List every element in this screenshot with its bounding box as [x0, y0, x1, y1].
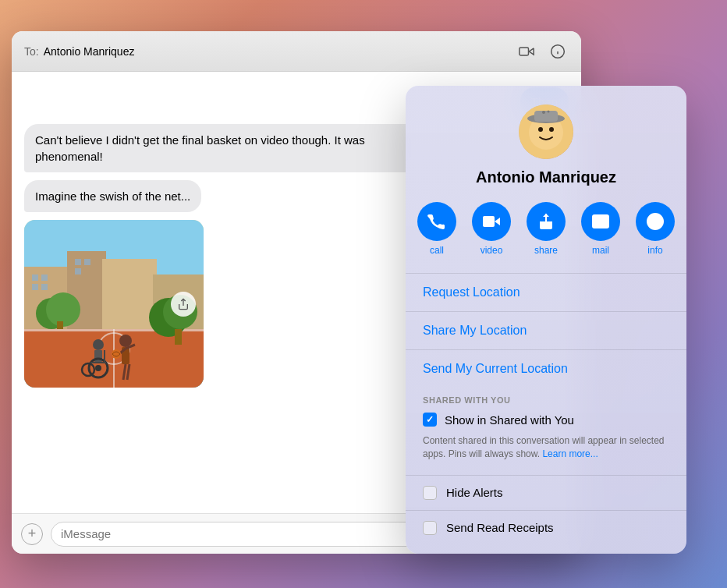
- contact-name-header: Antonio Manriquez: [44, 45, 135, 58]
- svg-point-47: [542, 111, 545, 114]
- svg-rect-46: [534, 111, 558, 122]
- video-button[interactable]: [472, 202, 511, 241]
- video-action: video: [472, 202, 511, 256]
- svg-point-33: [95, 365, 101, 371]
- shared-description: Content shared in this conversation will…: [423, 434, 669, 461]
- svg-point-29: [112, 349, 121, 359]
- call-label: call: [430, 245, 444, 256]
- hide-alerts-label: Hide Alerts: [446, 486, 503, 499]
- svg-rect-36: [104, 350, 105, 363]
- info-action: info: [636, 202, 675, 256]
- message-text: Can't believe I didn't get the final bas…: [35, 133, 365, 163]
- show-in-shared-checkbox[interactable]: ✓: [423, 413, 437, 427]
- svg-rect-14: [84, 259, 90, 265]
- svg-point-43: [538, 127, 543, 132]
- svg-point-23: [119, 335, 132, 347]
- svg-rect-50: [483, 216, 495, 227]
- svg-rect-0: [520, 48, 529, 55]
- info-action-button[interactable]: [636, 202, 675, 241]
- message-bubble-left-1: Can't believe I didn't get the final bas…: [24, 124, 433, 172]
- send-read-receipts-label: Send Read Receipts: [446, 521, 554, 534]
- message-bubble-left-2: Imagine the swish of the net...: [24, 180, 201, 212]
- to-label: To:: [24, 45, 39, 58]
- share-action: share: [527, 202, 566, 256]
- svg-rect-13: [75, 259, 81, 265]
- checkmark-icon: ✓: [426, 414, 434, 425]
- info-label: info: [647, 245, 662, 256]
- contact-avatar: [519, 104, 573, 159]
- video-call-button[interactable]: [516, 41, 537, 62]
- add-attachment-button[interactable]: +: [21, 523, 43, 545]
- request-location-button[interactable]: Request Location: [406, 275, 686, 310]
- photo-share-button[interactable]: [171, 292, 196, 317]
- hide-alerts-checkbox[interactable]: [423, 486, 437, 500]
- call-button[interactable]: [417, 202, 456, 241]
- mail-action: mail: [581, 202, 620, 256]
- divider-1: [406, 273, 686, 274]
- svg-rect-9: [32, 275, 38, 281]
- svg-rect-39: [175, 329, 182, 345]
- svg-rect-15: [75, 268, 81, 275]
- share-my-location-button[interactable]: Share My Location: [406, 313, 686, 348]
- svg-rect-11: [32, 284, 38, 290]
- video-label: video: [481, 245, 503, 256]
- message-text: Imagine the swish of the net...: [35, 190, 190, 203]
- svg-rect-12: [41, 284, 48, 290]
- mail-label: mail: [592, 245, 609, 256]
- panel-contact-name: Antonio Manriquez: [476, 168, 616, 186]
- title-bar: To: Antonio Manriquez: [12, 31, 581, 72]
- send-read-receipts-row: Send Read Receipts: [406, 510, 686, 545]
- shared-section-label: SHARED WITH YOU: [423, 395, 669, 405]
- share-label: share: [534, 245, 558, 256]
- svg-rect-10: [41, 275, 48, 281]
- send-read-receipts-checkbox[interactable]: [423, 521, 437, 535]
- bottom-toggles: Hide Alerts Send Read Receipts: [406, 475, 686, 545]
- send-current-location-button[interactable]: Send My Current Location: [406, 352, 686, 386]
- info-panel: Antonio Manriquez call video: [406, 86, 686, 554]
- title-bar-left: To: Antonio Manriquez: [24, 45, 134, 58]
- show-in-shared-label: Show in Shared with You: [445, 413, 574, 427]
- info-button[interactable]: [547, 41, 569, 62]
- svg-point-30: [93, 339, 104, 350]
- action-buttons-row: call video share: [406, 202, 686, 256]
- learn-more-link[interactable]: Learn more...: [542, 448, 598, 459]
- svg-point-48: [548, 111, 550, 113]
- svg-point-44: [549, 127, 554, 132]
- title-bar-icons: [516, 41, 569, 62]
- hide-alerts-row: Hide Alerts: [406, 475, 686, 510]
- call-action: call: [417, 202, 456, 256]
- photo-message: [24, 220, 204, 388]
- show-in-shared-row[interactable]: ✓ Show in Shared with You: [423, 413, 669, 427]
- divider-2: [406, 311, 686, 312]
- svg-marker-49: [495, 218, 500, 225]
- mail-button[interactable]: [581, 202, 620, 241]
- divider-3: [406, 349, 686, 350]
- share-button[interactable]: [527, 202, 566, 241]
- shared-with-you-section: SHARED WITH YOU ✓ Show in Shared with Yo…: [406, 386, 686, 467]
- plus-icon: +: [28, 526, 37, 542]
